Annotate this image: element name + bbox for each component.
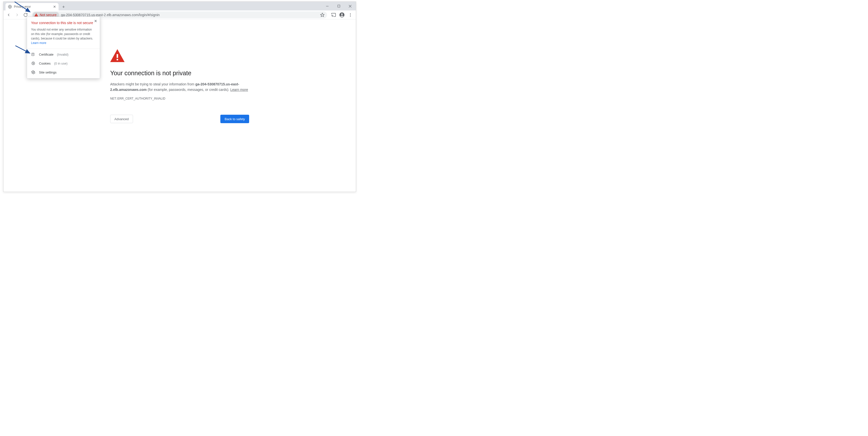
window-controls <box>321 2 356 10</box>
para-suffix: (for example, passwords, messages, or cr… <box>147 88 230 92</box>
privacy-error-page: Your connection is not private Attackers… <box>110 19 249 123</box>
svg-point-8 <box>350 13 351 14</box>
svg-point-16 <box>32 63 33 63</box>
svg-rect-13 <box>117 59 118 60</box>
close-icon[interactable]: ✕ <box>94 19 97 23</box>
para-prefix: Attackers might be trying to steal your … <box>110 82 195 86</box>
cookies-status: (0 in use) <box>54 62 67 65</box>
page-heading: Your connection is not private <box>110 69 249 77</box>
new-tab-button[interactable]: + <box>60 3 67 10</box>
browser-tab[interactable]: Privacy error ✕ <box>5 3 59 10</box>
svg-marker-5 <box>320 13 324 17</box>
back-button[interactable] <box>5 11 12 19</box>
popup-body-text: You should not enter any sensitive infor… <box>31 28 93 40</box>
warning-triangle-icon <box>110 49 125 62</box>
gear-icon <box>31 70 35 74</box>
certificate-icon <box>31 52 35 56</box>
minimize-button[interactable] <box>321 2 333 10</box>
security-chip-label: Not secure <box>40 13 57 17</box>
popup-heading: Your connection to this site is not secu… <box>31 21 96 25</box>
certificate-row[interactable]: Certificate (Invalid) <box>27 49 100 60</box>
profile-icon[interactable] <box>338 11 346 19</box>
svg-point-10 <box>350 16 351 17</box>
toolbar-right <box>330 11 354 19</box>
learn-more-link[interactable]: Learn more <box>31 41 46 45</box>
cookies-row[interactable]: Cookies (0 in use) <box>27 60 100 69</box>
warning-triangle-icon <box>34 13 38 17</box>
cookie-icon <box>31 61 35 65</box>
cookies-label: Cookies <box>39 62 51 65</box>
cast-icon[interactable] <box>330 11 338 19</box>
menu-icon[interactable] <box>346 11 354 19</box>
tab-strip: Privacy error ✕ + <box>3 2 356 10</box>
popup-rows: Certificate (Invalid) Cookies (0 in use)… <box>27 49 100 78</box>
svg-point-15 <box>32 62 35 65</box>
certificate-label: Certificate <box>39 53 54 56</box>
site-settings-row[interactable]: Site settings <box>27 69 100 78</box>
svg-point-9 <box>350 14 351 15</box>
back-to-safety-button[interactable]: Back to safety <box>220 115 249 123</box>
tab-title: Privacy error <box>14 5 51 8</box>
close-window-button[interactable] <box>344 2 356 10</box>
certificate-status: (Invalid) <box>57 53 68 56</box>
bookmark-star-icon[interactable] <box>320 13 324 17</box>
close-tab-icon[interactable]: ✕ <box>53 5 56 9</box>
svg-rect-12 <box>117 54 118 58</box>
warning-paragraph: Attackers might be trying to steal your … <box>110 82 249 92</box>
site-info-popup: ✕ Your connection to this site is not se… <box>27 17 100 79</box>
learn-more-link[interactable]: Learn more <box>230 88 248 92</box>
site-settings-label: Site settings <box>39 70 57 74</box>
button-row: Advanced Back to safety <box>110 115 249 123</box>
svg-point-7 <box>341 13 343 15</box>
maximize-button[interactable] <box>333 2 344 10</box>
svg-point-20 <box>33 72 34 73</box>
forward-button[interactable] <box>13 11 21 19</box>
globe-icon <box>8 5 12 9</box>
popup-header-section: ✕ Your connection to this site is not se… <box>27 17 100 49</box>
advanced-button[interactable]: Advanced <box>110 115 133 123</box>
svg-rect-2 <box>338 5 340 7</box>
error-code: NET::ERR_CERT_AUTHORITY_INVALID <box>110 97 249 100</box>
url-text: ga-204-530870715.us-east-2.elb.amazonaws… <box>61 13 320 17</box>
popup-body: You should not enter any sensitive infor… <box>31 27 96 45</box>
